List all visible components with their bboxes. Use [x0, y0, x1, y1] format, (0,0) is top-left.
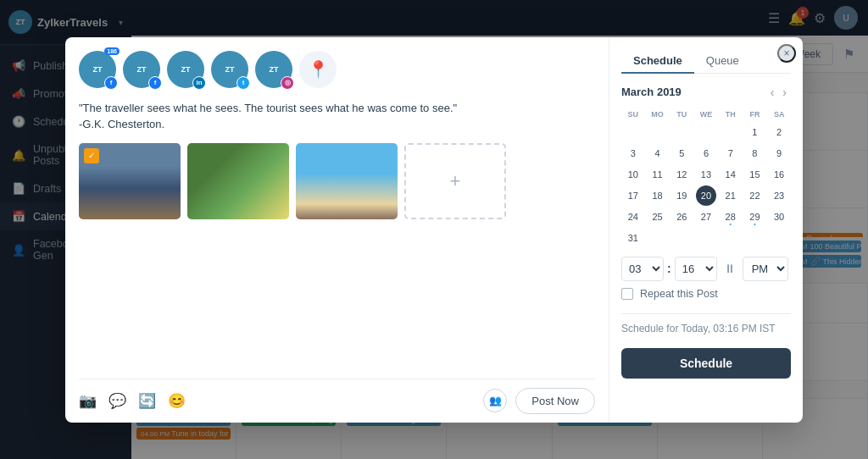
- post-now-button[interactable]: Post Now: [515, 388, 595, 414]
- tab-queue[interactable]: Queue: [694, 49, 751, 73]
- mini-cal-header: March 2019 ‹ ›: [621, 84, 791, 101]
- maps-icon-button[interactable]: 📍: [299, 51, 337, 88]
- mini-day[interactable]: 10: [623, 164, 643, 185]
- social-icons-row: ZT f 186 ZT f ZT in ZT t ZT: [79, 51, 595, 88]
- collab-icon: 👥: [489, 395, 502, 406]
- social-account-instagram[interactable]: ZT ◎: [255, 51, 292, 88]
- fb-count-badge: 186: [104, 47, 120, 55]
- twitter-net-icon: t: [236, 76, 250, 90]
- mini-day[interactable]: 17: [623, 185, 643, 206]
- facebook-net-icon2: f: [148, 76, 162, 90]
- repeat-checkbox[interactable]: [621, 288, 633, 300]
- ampm-select[interactable]: PM AM: [743, 257, 788, 281]
- add-image-button[interactable]: +: [404, 143, 506, 219]
- toolbar-icons: 📷 💬 🔄 😊: [79, 392, 483, 410]
- mini-day[interactable]: 24: [623, 207, 643, 227]
- schedule-button[interactable]: Schedule: [621, 348, 791, 379]
- image-selected-check: ✓: [84, 148, 99, 163]
- mini-day[interactable]: [648, 122, 668, 142]
- schedule-tabs: Schedule Queue: [621, 49, 791, 74]
- schedule-hint: Schedule for Today, 03:16 PM IST: [621, 313, 791, 341]
- mini-day[interactable]: 25: [648, 207, 668, 227]
- facebook-net-icon: f: [104, 76, 118, 90]
- modal-left-panel: ZT f 186 ZT f ZT in ZT t ZT: [65, 37, 609, 423]
- mini-cal-next[interactable]: ›: [778, 84, 791, 101]
- repeat-row: Repeat this Post: [621, 288, 791, 300]
- mini-day[interactable]: 18: [648, 185, 668, 206]
- instagram-net-icon: ◎: [281, 76, 294, 90]
- mini-day[interactable]: 31: [623, 228, 643, 248]
- mini-day[interactable]: 14: [721, 164, 741, 185]
- mini-day[interactable]: 6: [696, 143, 716, 163]
- tab-schedule[interactable]: Schedule: [621, 49, 694, 74]
- mini-day[interactable]: 1: [744, 122, 765, 142]
- mini-day[interactable]: 13: [696, 164, 716, 185]
- mini-day[interactable]: 27: [696, 207, 716, 227]
- mini-day[interactable]: 26: [671, 207, 692, 227]
- mini-day[interactable]: 22: [744, 185, 765, 206]
- modal-toolbar: 📷 💬 🔄 😊 👥 Post Now: [79, 379, 595, 414]
- mini-day[interactable]: 2: [769, 122, 789, 142]
- minute-select[interactable]: 16: [675, 257, 717, 281]
- modal-close-button[interactable]: ×: [777, 44, 796, 63]
- linkedin-net-icon: in: [192, 76, 206, 90]
- mini-cal-title: March 2019: [621, 86, 766, 98]
- post-image-2[interactable]: [187, 143, 289, 219]
- mini-day[interactable]: [721, 122, 741, 142]
- mini-day[interactable]: 3: [623, 143, 643, 163]
- modal-overlay: × ZT f 186 ZT f ZT in ZT: [0, 0, 868, 459]
- post-image-3[interactable]: [296, 143, 398, 219]
- mini-day[interactable]: 11: [648, 164, 668, 185]
- social-account-linkedin[interactable]: ZT in: [167, 51, 204, 88]
- mini-day[interactable]: 19: [671, 185, 692, 206]
- social-account-twitter[interactable]: ZT t: [211, 51, 248, 88]
- mini-day[interactable]: 9: [769, 143, 789, 163]
- mini-day[interactable]: 15: [744, 164, 765, 185]
- hour-select[interactable]: 03: [621, 257, 664, 281]
- mini-day[interactable]: [671, 122, 692, 142]
- mini-day[interactable]: 4: [648, 143, 668, 163]
- time-row: 03 : 16 ⏸ PM AM: [621, 257, 791, 281]
- mini-day[interactable]: 30: [769, 207, 789, 227]
- post-text: "The traveller sees what he sees. The to…: [79, 100, 595, 133]
- post-images: ✓ +: [79, 143, 595, 219]
- mini-calendar: March 2019 ‹ › SU MO TU WE TH FR SA: [621, 84, 791, 248]
- toolbar-right: 👥 Post Now: [483, 388, 595, 414]
- mini-cal-grid: SU MO TU WE TH FR SA 1 2 3: [621, 108, 791, 248]
- camera-icon[interactable]: 📷: [79, 392, 97, 410]
- collab-button[interactable]: 👥: [483, 389, 507, 412]
- mini-day[interactable]: 23: [769, 185, 789, 206]
- repeat-label: Repeat this Post: [640, 288, 718, 300]
- emoji-icon[interactable]: 😊: [168, 392, 186, 410]
- repost-icon[interactable]: 🔄: [138, 392, 156, 410]
- mini-day-today[interactable]: 20: [696, 185, 716, 206]
- social-account-facebook[interactable]: ZT f 186: [79, 51, 116, 88]
- mini-day[interactable]: [623, 122, 643, 142]
- mini-day[interactable]: 7: [721, 143, 741, 163]
- mini-day[interactable]: 29: [744, 207, 765, 227]
- mini-day[interactable]: 21: [721, 185, 741, 206]
- mini-day[interactable]: 8: [744, 143, 765, 163]
- social-account-facebook2[interactable]: ZT f: [123, 51, 160, 88]
- mini-day[interactable]: 5: [671, 143, 692, 163]
- post-image-1[interactable]: ✓: [79, 143, 181, 219]
- mini-day[interactable]: 16: [769, 164, 789, 185]
- mini-day[interactable]: 12: [671, 164, 692, 185]
- comment-icon[interactable]: 💬: [108, 392, 126, 410]
- mini-day[interactable]: [696, 122, 716, 142]
- mini-day[interactable]: 28: [721, 207, 741, 227]
- mini-cal-prev[interactable]: ‹: [766, 84, 779, 101]
- pause-icon: ⏸: [721, 262, 739, 275]
- create-post-modal: × ZT f 186 ZT f ZT in ZT: [65, 37, 803, 423]
- modal-right-panel: Schedule Queue March 2019 ‹ › SU MO TU W…: [609, 37, 803, 423]
